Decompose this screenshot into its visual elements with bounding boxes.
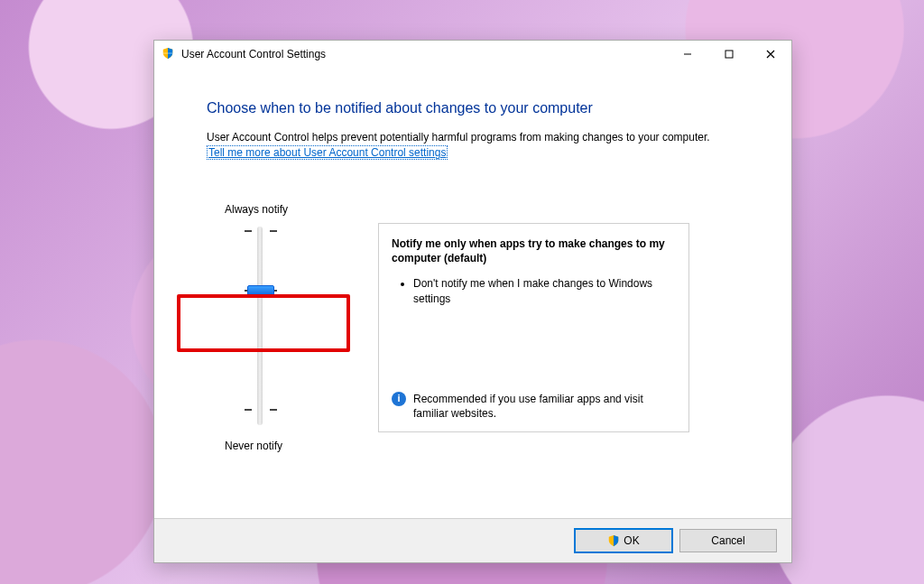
info-icon: i [392,392,406,406]
level-title: Notify me only when apps try to make cha… [392,236,676,265]
shield-icon [162,47,176,61]
titlebar[interactable]: User Account Control Settings [154,41,791,68]
slider-tick [245,409,252,411]
desktop-wallpaper: User Account Control Settings Choose whe… [0,0,924,584]
dialog-footer: OK Cancel [154,518,791,562]
slider-tick [270,409,277,411]
page-heading: Choose when to be notified about changes… [207,100,791,116]
slider-tick [270,230,277,232]
ok-button-label: OK [624,534,639,547]
uac-settings-dialog: User Account Control Settings Choose whe… [153,40,792,563]
shield-icon [607,534,620,547]
slider-label-top: Always notify [225,203,288,216]
slider-tick [245,349,252,351]
window-title: User Account Control Settings [181,48,667,60]
svg-rect-1 [725,51,733,58]
level-bullet: Don't notify me when I make changes to W… [413,276,676,305]
ok-button[interactable]: OK [575,529,672,552]
page-subtext: User Account Control helps prevent poten… [207,131,791,144]
minimize-button[interactable] [667,41,708,68]
help-link[interactable]: Tell me more about User Account Control … [207,145,448,160]
slider-tick [245,230,252,232]
slider-tick [270,349,277,351]
level-recommendation: Recommended if you use familiar apps and… [413,392,676,421]
slider-thumb[interactable] [247,285,274,298]
dialog-content: Choose when to be notified about changes… [154,68,791,518]
level-description-panel: Notify me only when apps try to make cha… [378,223,689,432]
slider-track[interactable] [257,227,263,425]
cancel-button[interactable]: Cancel [679,529,777,552]
maximize-button[interactable] [708,41,750,68]
cancel-button-label: Cancel [711,534,744,547]
slider-label-bottom: Never notify [225,440,282,452]
close-button[interactable] [750,41,791,68]
